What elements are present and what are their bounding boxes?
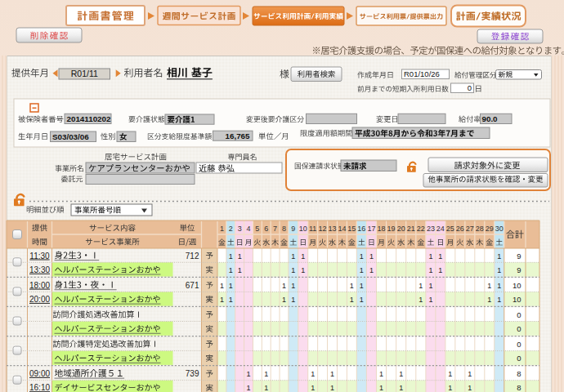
svg-text:18:00: 18:00: [29, 281, 50, 290]
svg-text:8: 8: [517, 383, 521, 392]
svg-text:10: 10: [513, 295, 521, 304]
svg-text:4: 4: [247, 225, 251, 233]
svg-text:1: 1: [238, 252, 242, 261]
svg-text:1: 1: [428, 252, 432, 261]
svg-text:1: 1: [419, 282, 423, 290]
svg-text:10: 10: [513, 281, 521, 290]
svg-text:18: 18: [378, 225, 386, 233]
svg-text:22: 22: [417, 225, 425, 233]
svg-text:1: 1: [291, 296, 295, 304]
svg-text:1: 1: [497, 252, 501, 261]
svg-text:24: 24: [436, 225, 445, 233]
svg-text:1: 1: [487, 282, 491, 290]
svg-text:671: 671: [186, 281, 199, 290]
svg-text:1: 1: [360, 266, 364, 274]
svg-text:16,765: 16,765: [226, 131, 251, 140]
svg-text:1: 1: [497, 282, 501, 290]
svg-text:1: 1: [282, 282, 286, 290]
svg-text:1: 1: [497, 266, 501, 274]
svg-text:739: 739: [186, 369, 199, 378]
svg-text:3: 3: [238, 225, 242, 233]
svg-text:15: 15: [347, 225, 356, 233]
svg-text:1: 1: [379, 384, 383, 392]
svg-text:17: 17: [367, 225, 375, 233]
svg-text:30: 30: [495, 225, 504, 233]
svg-text:12: 12: [319, 225, 327, 233]
svg-text:13: 13: [329, 225, 337, 233]
svg-text:9: 9: [291, 225, 295, 233]
svg-text:16:10: 16:10: [29, 383, 50, 392]
svg-text:2: 2: [229, 225, 233, 233]
svg-text:1: 1: [350, 282, 354, 290]
svg-text:1: 1: [311, 370, 315, 378]
svg-text:9: 9: [517, 252, 521, 261]
svg-text:14: 14: [338, 225, 346, 233]
svg-text:1: 1: [497, 296, 501, 304]
svg-text:9: 9: [517, 265, 521, 274]
svg-text:1: 1: [428, 296, 432, 304]
svg-text:1: 1: [369, 266, 374, 274]
svg-text:7: 7: [273, 225, 277, 233]
svg-text:1: 1: [360, 296, 364, 304]
svg-text:09:00: 09:00: [29, 369, 50, 378]
svg-text:21: 21: [407, 225, 415, 233]
svg-text:1: 1: [360, 282, 364, 290]
svg-text:1: 1: [330, 384, 334, 392]
svg-text:1: 1: [220, 225, 224, 233]
svg-text:1: 1: [468, 384, 472, 392]
svg-text:1: 1: [229, 266, 233, 274]
svg-text:1: 1: [238, 266, 242, 274]
svg-text:1: 1: [399, 384, 403, 392]
svg-text:1: 1: [220, 296, 224, 304]
svg-text:1: 1: [399, 370, 403, 378]
svg-text:26: 26: [456, 225, 464, 233]
svg-text:1: 1: [291, 266, 295, 274]
svg-text:28: 28: [476, 225, 484, 233]
svg-text:1: 1: [301, 266, 305, 274]
svg-text:0: 0: [517, 324, 521, 333]
svg-text:0: 0: [468, 83, 472, 92]
svg-text:S03/03/06: S03/03/06: [52, 132, 89, 141]
svg-text:1: 1: [311, 384, 315, 392]
svg-text:R01/11: R01/11: [71, 69, 98, 78]
svg-text:1: 1: [468, 370, 472, 378]
svg-text:13:30: 13:30: [29, 265, 50, 274]
svg-text:19: 19: [387, 225, 396, 233]
svg-text:1: 1: [360, 252, 364, 261]
svg-text:712: 712: [186, 252, 199, 261]
svg-text:1: 1: [350, 296, 354, 304]
svg-text:20: 20: [397, 225, 405, 233]
svg-text:1: 1: [229, 296, 233, 304]
svg-text:8: 8: [282, 225, 286, 233]
svg-text:20:00: 20:00: [29, 295, 50, 304]
svg-text:0: 0: [517, 354, 521, 363]
svg-text:0: 0: [517, 340, 521, 349]
svg-text:1: 1: [419, 296, 423, 304]
svg-text:1: 1: [301, 252, 305, 261]
svg-text:1: 1: [330, 370, 334, 378]
svg-text:0: 0: [517, 310, 521, 319]
svg-text:23: 23: [427, 225, 435, 233]
svg-text:1: 1: [247, 370, 251, 378]
svg-text:1: 1: [229, 252, 233, 261]
svg-text:R01/10/26: R01/10/26: [404, 69, 440, 78]
svg-text:11: 11: [309, 225, 316, 233]
svg-text:1: 1: [291, 282, 295, 290]
svg-text:1: 1: [264, 370, 268, 378]
svg-text:16: 16: [357, 225, 365, 233]
svg-text:29: 29: [486, 225, 494, 233]
svg-text:27: 27: [466, 225, 474, 233]
svg-text:1: 1: [291, 252, 295, 261]
svg-text:10: 10: [299, 225, 307, 233]
svg-text:1: 1: [428, 282, 432, 290]
svg-text:1: 1: [428, 266, 432, 274]
svg-text:1: 1: [379, 370, 383, 378]
svg-text:1: 1: [438, 252, 442, 261]
svg-text:1: 1: [487, 296, 491, 304]
svg-text:8: 8: [517, 369, 521, 378]
svg-text:90.0: 90.0: [482, 114, 499, 123]
svg-text:6: 6: [264, 225, 268, 233]
svg-text:5: 5: [255, 225, 259, 233]
svg-text:1: 1: [448, 370, 452, 378]
svg-text:1: 1: [282, 296, 286, 304]
